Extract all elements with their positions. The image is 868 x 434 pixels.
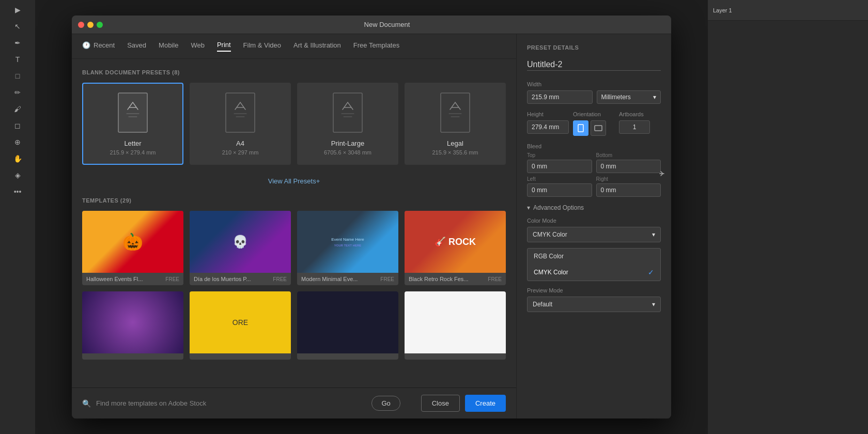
- unit-select[interactable]: Millimeters ▾: [597, 90, 661, 104]
- template-dark-thumb: [297, 291, 398, 353]
- bleed-top-input[interactable]: [528, 160, 592, 173]
- tab-web[interactable]: Web: [191, 41, 205, 51]
- unit-value: Millimeters: [601, 94, 631, 101]
- preview-mode-selected[interactable]: Default ▾: [528, 297, 660, 312]
- cmyk-label: CMYK Color: [534, 269, 568, 276]
- tool-pencil[interactable]: ✏: [10, 85, 25, 100]
- tab-recent[interactable]: 🕐 Recent: [82, 41, 115, 51]
- template-yellow[interactable]: ORE: [190, 291, 291, 360]
- artboards-label: Artboards: [619, 111, 661, 117]
- tool-direct-select[interactable]: ↖: [10, 19, 25, 34]
- color-mode-label: Color Mode: [527, 218, 661, 224]
- close-window-button[interactable]: [78, 22, 84, 28]
- tool-shape[interactable]: □: [10, 68, 25, 84]
- tool-eraser[interactable]: ◻: [10, 118, 25, 133]
- preset-legal[interactable]: Legal 215.9 × 355.6 mm: [405, 83, 506, 165]
- preset-letter[interactable]: Letter 215.9 × 279.4 mm: [82, 83, 183, 165]
- layers-tab[interactable]: Layer 1: [713, 7, 732, 13]
- template-light[interactable]: [405, 291, 506, 360]
- tool-more[interactable]: •••: [10, 184, 25, 199]
- rgb-label: RGB Color: [534, 253, 564, 260]
- bleed-right-input[interactable]: [597, 184, 661, 196]
- tab-mobile[interactable]: Mobile: [159, 41, 178, 51]
- preset-panel: PRESET DETAILS Width Millimeters ▾: [516, 34, 671, 419]
- template-purple-label: [82, 353, 183, 360]
- bleed-top-field: Top: [527, 152, 592, 173]
- bleed-left-field: Left: [527, 176, 592, 197]
- preset-a4-icon: [224, 92, 257, 133]
- preset-print-large[interactable]: Print-Large 6705.6 × 3048 mm: [297, 83, 398, 165]
- template-rock-label: Black Retro Rock Fes... FREE: [405, 273, 506, 285]
- tool-pen[interactable]: ✒: [10, 35, 25, 51]
- go-button[interactable]: Go: [371, 396, 400, 411]
- minimize-window-button[interactable]: [87, 22, 94, 28]
- preset-a4[interactable]: A4 210 × 297 mm: [190, 83, 291, 165]
- tab-film[interactable]: Film & Video: [243, 41, 281, 51]
- tab-saved[interactable]: Saved: [127, 41, 146, 51]
- tool-zoom[interactable]: ⊕: [10, 134, 25, 150]
- doc-name-input[interactable]: [527, 59, 661, 71]
- preview-mode-select[interactable]: Default ▾: [527, 297, 661, 312]
- dark-image: [297, 291, 398, 353]
- template-rock[interactable]: 🎸 ROCK Black Retro Rock Fes... FREE: [405, 211, 506, 285]
- close-button[interactable]: Close: [421, 395, 460, 412]
- bleed-left-wrap: [527, 183, 592, 197]
- scrollable-content[interactable]: BLANK DOCUMENT PRESETS (8): [72, 59, 516, 388]
- template-minimal-label: Modern Minimal Eve... FREE: [297, 273, 398, 285]
- template-halloween[interactable]: 🎃 Halloween Events Fl... FREE: [82, 211, 183, 285]
- height-orientation-row: Height Orientation: [527, 111, 661, 136]
- chevron-down-icon: ▾: [527, 204, 530, 211]
- tool-text[interactable]: T: [10, 52, 25, 67]
- bleed-top-wrap: [527, 160, 592, 173]
- search-placeholder-text: Find more templates on Adobe Stock: [96, 399, 366, 407]
- window-buttons: [78, 22, 103, 28]
- modal-overlay: New Document 🕐 Recent Saved Mobile: [35, 0, 708, 434]
- template-dark[interactable]: [297, 291, 398, 360]
- height-input[interactable]: [528, 121, 568, 133]
- search-section: 🔍 Find more templates on Adobe Stock Go: [72, 396, 411, 411]
- panel-header: PRESET DETAILS: [527, 44, 661, 51]
- preset-letter-size: 215.9 × 279.4 mm: [110, 149, 156, 156]
- link-bleed-icon[interactable]: [658, 169, 666, 180]
- templates-section-header: TEMPLATES (29): [82, 197, 506, 204]
- content-area: 🕐 Recent Saved Mobile Web Print: [72, 34, 516, 419]
- tool-brush[interactable]: 🖌: [10, 101, 25, 117]
- tab-free-templates[interactable]: Free Templates: [353, 41, 399, 51]
- landscape-button[interactable]: [591, 120, 606, 136]
- cmyk-color-option[interactable]: CMYK Color ✓: [528, 264, 660, 281]
- tab-print[interactable]: Print: [217, 41, 231, 52]
- width-input[interactable]: [528, 91, 569, 103]
- artboards-input[interactable]: [619, 120, 650, 134]
- right-panel-header: Layer 1: [708, 0, 868, 21]
- template-dia-badge: FREE: [273, 276, 287, 282]
- orientation-buttons: [573, 120, 615, 136]
- svg-rect-5: [595, 126, 602, 131]
- tool-hand[interactable]: ✋: [10, 151, 25, 166]
- color-mode-selected[interactable]: CMYK Color ▾: [528, 227, 660, 242]
- template-halloween-badge: FREE: [165, 276, 179, 282]
- svg-rect-2: [333, 93, 362, 132]
- view-all-presets[interactable]: View All Presets+: [82, 173, 506, 189]
- color-mode-select[interactable]: CMYK Color ▾: [527, 227, 661, 242]
- template-dia[interactable]: 💀 Día de los Muertos P... FREE: [190, 211, 291, 285]
- create-button[interactable]: Create: [465, 395, 506, 412]
- tool-fill[interactable]: ◈: [10, 167, 25, 183]
- portrait-button[interactable]: [573, 120, 588, 136]
- template-minimal[interactable]: Event Name Here YOUR TEXT HERE Modern Mi…: [297, 211, 398, 285]
- preset-a4-size: 210 × 297 mm: [222, 149, 259, 156]
- advanced-options-toggle[interactable]: ▾ Advanced Options: [527, 204, 661, 211]
- tab-art[interactable]: Art & Illustration: [293, 41, 341, 51]
- portrait-icon: [578, 124, 584, 132]
- preview-mode-label: Preview Mode: [527, 287, 661, 293]
- bleed-left-right: Left Right: [527, 176, 661, 197]
- maximize-window-button[interactable]: [97, 22, 103, 28]
- bleed-left-input[interactable]: [528, 184, 592, 196]
- rgb-color-option[interactable]: RGB Color: [528, 249, 660, 264]
- template-purple-thumb: [82, 291, 183, 353]
- bleed-bottom-input[interactable]: [597, 160, 661, 173]
- height-label: Height: [527, 111, 569, 117]
- template-purple[interactable]: [82, 291, 183, 360]
- presets-section-header: BLANK DOCUMENT PRESETS (8): [82, 69, 506, 75]
- top-sublabel: Top: [527, 152, 592, 158]
- tool-select[interactable]: ▶: [10, 2, 25, 18]
